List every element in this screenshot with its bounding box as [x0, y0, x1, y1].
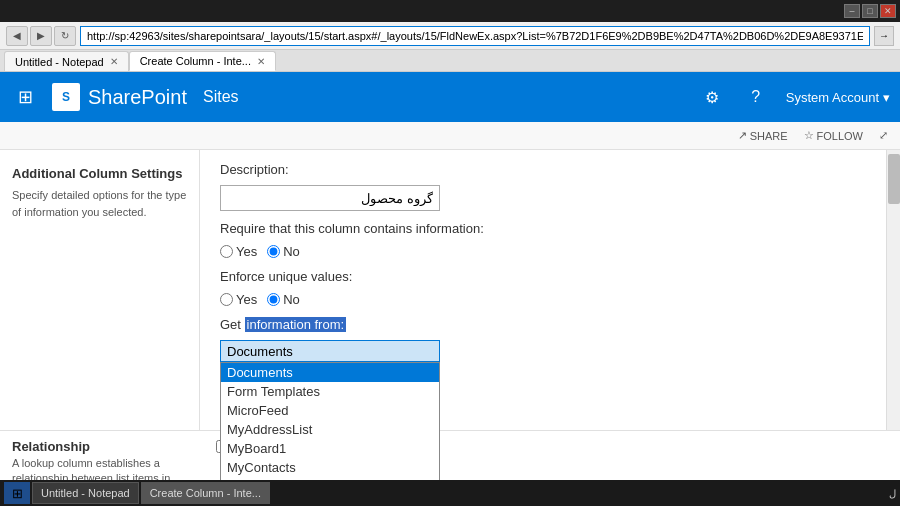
description-label: Description: — [220, 162, 866, 177]
dropdown-item-documents[interactable]: Documents — [221, 363, 439, 382]
require-label: Require that this column contains inform… — [220, 221, 866, 236]
dropdown-item-formtemplates[interactable]: Form Templates — [221, 382, 439, 401]
tab-notepad-close[interactable]: ✕ — [110, 56, 118, 67]
enforce-label: Enforce unique values: — [220, 269, 866, 284]
section-title: Additional Column Settings — [12, 166, 187, 181]
dropdown-item-myboard1[interactable]: MyBoard1 — [221, 439, 439, 458]
address-bar: ◀ ▶ ↻ → — [0, 22, 900, 50]
enforce-yes-radio[interactable] — [220, 293, 233, 306]
enforce-group: Enforce unique values: Yes No — [220, 269, 866, 307]
taskbar: ⊞ Untitled - Notepad Create Column - Int… — [0, 480, 900, 506]
focus-btn[interactable]: ⤢ — [879, 129, 888, 142]
forward-btn[interactable]: ▶ — [30, 26, 52, 46]
tab-bar: Untitled - Notepad ✕ Create Column - Int… — [0, 50, 900, 72]
taskbar-createcolumn-label: Create Column - Inte... — [150, 487, 261, 499]
restore-btn[interactable]: □ — [862, 4, 878, 18]
scroll-thumb[interactable] — [888, 154, 900, 204]
tab-notepad[interactable]: Untitled - Notepad ✕ — [4, 51, 129, 71]
close-btn[interactable]: ✕ — [880, 4, 896, 18]
get-info-label: Get information from: — [220, 317, 866, 332]
tab-notepad-label: Untitled - Notepad — [15, 56, 104, 68]
require-yes-option[interactable]: Yes — [220, 244, 257, 259]
dropdown-item-myaddresslist[interactable]: MyAddressList — [221, 420, 439, 439]
back-btn[interactable]: ◀ — [6, 26, 28, 46]
enforce-no-option[interactable]: No — [267, 292, 300, 307]
require-no-radio[interactable] — [267, 245, 280, 258]
sp-logo-text: SharePoint — [88, 86, 187, 109]
require-radio-group: Yes No — [220, 244, 866, 259]
tab-createcolumn[interactable]: Create Column - Inte... ✕ — [129, 51, 276, 71]
follow-label: FOLLOW — [817, 130, 863, 142]
enforce-radio-group: Yes No — [220, 292, 866, 307]
go-btn[interactable]: → — [874, 26, 894, 46]
get-info-dropdown-container: Documents Documents Form Templates Micro… — [220, 340, 866, 362]
share-btn[interactable]: ↗ SHARE — [738, 129, 788, 142]
settings-icon[interactable]: ⚙ — [698, 83, 726, 111]
nav-buttons: ◀ ▶ ↻ — [6, 26, 76, 46]
enforce-yes-label: Yes — [236, 292, 257, 307]
relationship-left: Relationship A lookup column establishes… — [0, 431, 200, 480]
share-label: SHARE — [750, 130, 788, 142]
require-group: Require that this column contains inform… — [220, 221, 866, 259]
taskbar-notepad[interactable]: Untitled - Notepad — [32, 482, 139, 504]
dropdown-item-productgroupstore[interactable]: ProductGroupStore — [221, 477, 439, 480]
share-icon: ↗ — [738, 129, 747, 142]
get-info-group: Get information from: Documents Document… — [220, 317, 866, 362]
start-btn[interactable]: ⊞ — [4, 482, 30, 504]
relationship-title: Relationship — [12, 439, 90, 454]
start-icon: ⊞ — [12, 486, 23, 501]
enforce-yes-option[interactable]: Yes — [220, 292, 257, 307]
require-yes-radio[interactable] — [220, 245, 233, 258]
dropdown-item-microfeed[interactable]: MicroFeed — [221, 401, 439, 420]
tab-createcolumn-label: Create Column - Inte... — [140, 55, 251, 67]
follow-btn[interactable]: ☆ FOLLOW — [804, 129, 863, 142]
address-input[interactable] — [80, 26, 870, 46]
require-no-option[interactable]: No — [267, 244, 300, 259]
get-info-dropdown[interactable]: Documents — [220, 340, 440, 362]
taskbar-notepad-label: Untitled - Notepad — [41, 487, 130, 499]
minimize-btn[interactable]: – — [844, 4, 860, 18]
get-info-highlighted: information from: — [245, 317, 347, 332]
sp-sites-text: Sites — [203, 88, 239, 106]
enforce-no-radio[interactable] — [267, 293, 280, 306]
refresh-btn[interactable]: ↻ — [54, 26, 76, 46]
sp-logo-icon: S — [52, 83, 80, 111]
user-arrow-icon: ▾ — [883, 90, 890, 105]
sp-header: ⊞ S SharePoint Sites ⚙ ? System Account … — [0, 72, 900, 122]
require-yes-label: Yes — [236, 244, 257, 259]
section-desc: Specify detailed options for the type of… — [12, 187, 187, 220]
user-name: System Account — [786, 90, 879, 105]
focus-icon: ⤢ — [879, 129, 888, 142]
taskbar-createcolumn[interactable]: Create Column - Inte... — [141, 482, 270, 504]
user-menu[interactable]: System Account ▾ — [786, 90, 890, 105]
header-right: ⚙ ? System Account ▾ — [698, 83, 890, 111]
require-no-label: No — [283, 244, 300, 259]
dropdown-list: Documents Form Templates MicroFeed MyAdd… — [220, 362, 440, 480]
action-bar: ↗ SHARE ☆ FOLLOW ⤢ — [0, 122, 900, 150]
relationship-bar: Relationship A lookup column establishes… — [0, 430, 900, 480]
follow-icon: ☆ — [804, 129, 814, 142]
taskbar-right: ﻝ — [889, 488, 896, 499]
enforce-no-label: No — [283, 292, 300, 307]
waffle-icon[interactable]: ⊞ — [10, 82, 40, 112]
sp-logo[interactable]: S SharePoint — [52, 83, 187, 111]
description-group: Description: — [220, 162, 866, 211]
description-input[interactable] — [220, 185, 440, 211]
tab-createcolumn-close[interactable]: ✕ — [257, 56, 265, 67]
dropdown-item-mycontacts[interactable]: MyContacts — [221, 458, 439, 477]
taskbar-time: ﻝ — [889, 488, 896, 499]
title-bar: – □ ✕ — [0, 0, 900, 22]
help-icon[interactable]: ? — [742, 83, 770, 111]
